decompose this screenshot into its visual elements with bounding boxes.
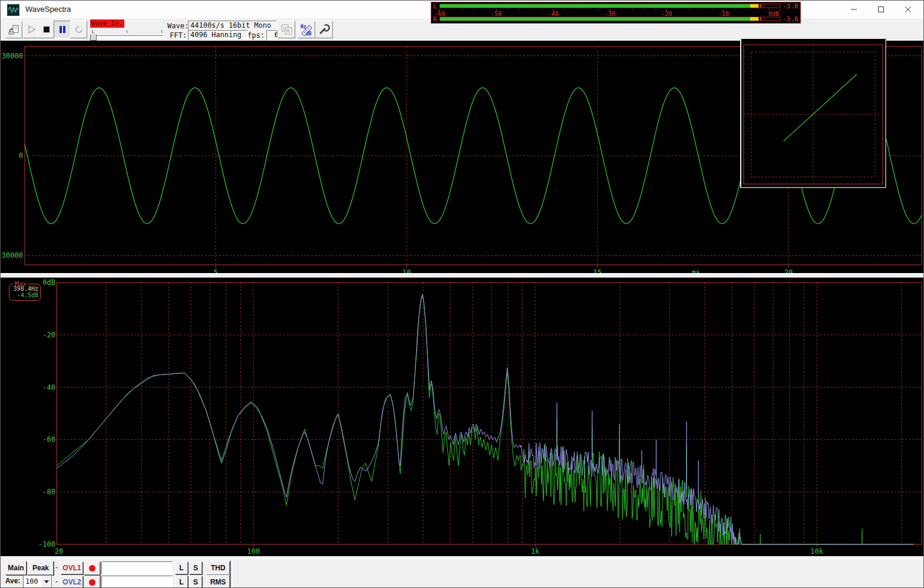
svg-text:20: 20 bbox=[784, 268, 793, 273]
repeat-button[interactable] bbox=[70, 21, 87, 38]
svg-text:-60: -60 bbox=[42, 435, 55, 444]
slider-tick bbox=[161, 30, 162, 33]
meter-yellow-tip bbox=[750, 17, 758, 21]
meter-peak-hold bbox=[760, 4, 761, 8]
meter-row-left: L -3.8 bbox=[431, 4, 800, 9]
meter-green-bar bbox=[440, 17, 750, 21]
max-frequency: 398.4Hz bbox=[14, 285, 38, 292]
hz-db-scale-button[interactable]: Hz dB bbox=[298, 21, 315, 38]
hz-db-scale-icon: Hz dB bbox=[300, 23, 313, 36]
stop-button[interactable] bbox=[38, 21, 55, 38]
ovl1-file-field[interactable] bbox=[101, 561, 173, 574]
panel-splitter[interactable] bbox=[1, 273, 924, 278]
ovl1-load-button[interactable]: L bbox=[175, 561, 188, 574]
svg-text:30000: 30000 bbox=[2, 52, 23, 60]
wave-axis-labels: 300000-300005101520ms bbox=[1, 52, 793, 273]
ovl1-save-button[interactable]: S bbox=[189, 561, 202, 574]
minimize-button[interactable] bbox=[840, 1, 867, 18]
ovl2-load-button[interactable]: L bbox=[175, 576, 188, 588]
ovl1-record-button[interactable] bbox=[84, 561, 100, 575]
stop-icon bbox=[42, 25, 51, 34]
wavespectra-window: { "window": { "title": "WaveSpectra", "b… bbox=[0, 0, 924, 588]
lissajous-window bbox=[740, 38, 886, 188]
control-bar: Main Peak - OVL1 L S THD Ave: 100 - OVL2… bbox=[1, 559, 924, 588]
max-peak-box: Max 398.4Hz -4.5dB bbox=[9, 284, 41, 301]
ave-dropdown-button[interactable] bbox=[41, 576, 52, 588]
slider-tick bbox=[127, 30, 127, 33]
meter-scale-label: -40 bbox=[548, 11, 559, 17]
ovl2-file-field[interactable] bbox=[101, 576, 173, 588]
open-wave-file-button[interactable] bbox=[5, 21, 22, 38]
meter-row-right: R -3.8 bbox=[431, 17, 800, 22]
spectrum-panel: Max 398.4Hz -4.5dB 0dB-20-40-60-80-10020… bbox=[1, 278, 924, 556]
svg-text:R: R bbox=[286, 28, 290, 34]
dash-label: - bbox=[55, 577, 58, 586]
fft-label: FFT: bbox=[167, 31, 187, 40]
ovl2-record-button[interactable] bbox=[84, 576, 100, 588]
svg-text:-40: -40 bbox=[42, 383, 55, 392]
maximize-button[interactable] bbox=[867, 1, 895, 18]
meter-green-bar bbox=[440, 4, 750, 8]
svg-text:dB: dB bbox=[306, 31, 312, 36]
meter-bar-right bbox=[431, 17, 800, 22]
app-icon bbox=[7, 4, 19, 16]
position-slider[interactable] bbox=[90, 29, 164, 40]
repeat-icon bbox=[74, 25, 84, 34]
pause-button[interactable] bbox=[54, 21, 71, 38]
svg-text:1k: 1k bbox=[531, 547, 540, 556]
fft-value: 4096 Hanning bbox=[188, 30, 248, 41]
lissajous-trace bbox=[783, 74, 856, 141]
peak-tab-button[interactable]: Peak bbox=[28, 561, 54, 575]
meter-scale-label: -30 bbox=[605, 11, 615, 17]
svg-text:-100: -100 bbox=[38, 540, 55, 548]
maximize-icon bbox=[877, 6, 885, 13]
fps-label: fps: bbox=[247, 31, 265, 40]
ave-select[interactable]: 100 bbox=[23, 575, 52, 588]
meter-scale-label: -10 bbox=[718, 11, 729, 17]
control-bar-divider bbox=[230, 560, 233, 588]
svg-text:-20: -20 bbox=[42, 331, 55, 339]
open-wave-file-icon bbox=[8, 24, 20, 35]
minimize-icon bbox=[850, 6, 857, 13]
ovl1-button[interactable]: OVL1 bbox=[61, 561, 83, 574]
meter-remaining-outline bbox=[763, 4, 780, 8]
input-source-badge: Wave In. bbox=[90, 19, 124, 28]
svg-text:10: 10 bbox=[402, 268, 411, 273]
ovl2-button[interactable]: OVL2 bbox=[61, 576, 83, 588]
svg-text:15: 15 bbox=[593, 268, 602, 273]
pause-icon bbox=[58, 25, 67, 34]
lr-channel-button[interactable]: L R bbox=[278, 21, 295, 38]
rms-button[interactable]: RMS bbox=[206, 575, 230, 588]
meter-scale-label: 0dB bbox=[768, 11, 779, 17]
svg-text:-30000: -30000 bbox=[1, 251, 23, 259]
play-icon bbox=[27, 25, 37, 34]
svg-text:100: 100 bbox=[247, 547, 260, 556]
spectrum-trace-instantaneous bbox=[57, 295, 913, 544]
level-meter: L -3.8 -60-50-40-30-20-100dB R -3.8 bbox=[431, 2, 801, 24]
svg-text:-80: -80 bbox=[42, 488, 55, 496]
record-dot-icon bbox=[89, 565, 95, 571]
settings-wrench-button[interactable] bbox=[315, 21, 333, 38]
window-title: WaveSpectra bbox=[25, 5, 71, 14]
lr-channel-icon: L R bbox=[280, 24, 292, 35]
slider-thumb[interactable] bbox=[90, 32, 97, 41]
close-icon bbox=[905, 6, 912, 13]
lissajous-plot bbox=[741, 39, 885, 187]
close-button[interactable] bbox=[895, 1, 922, 18]
svg-text:10k: 10k bbox=[810, 547, 823, 556]
spectrum-plot-border bbox=[57, 282, 922, 544]
meter-bar-left bbox=[431, 4, 800, 9]
ave-label: Ave: bbox=[5, 577, 21, 585]
spectrum-gridlines bbox=[57, 282, 922, 547]
chevron-down-icon bbox=[44, 580, 49, 583]
main-tab-button[interactable]: Main bbox=[5, 561, 27, 575]
meter-readout-right: -3.8 bbox=[783, 15, 798, 23]
svg-text:ms: ms bbox=[692, 268, 700, 273]
slider-tick bbox=[92, 30, 93, 33]
svg-text:0dB: 0dB bbox=[42, 278, 55, 287]
thd-button[interactable]: THD bbox=[206, 561, 230, 575]
ovl2-save-button[interactable]: S bbox=[189, 576, 202, 588]
meter-scale-label: -50 bbox=[491, 11, 501, 17]
dash-label: - bbox=[55, 563, 58, 571]
slider-groove[interactable] bbox=[91, 35, 163, 39]
